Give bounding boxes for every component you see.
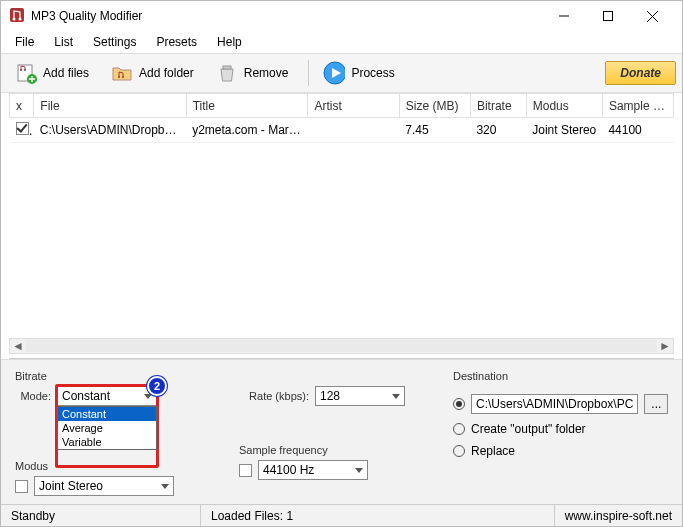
dest-path-input[interactable]: C:\Users\ADMIN\Dropbox\PC [471, 394, 638, 414]
mode-option-average[interactable]: Average [58, 421, 156, 435]
add-files-icon [15, 62, 37, 84]
app-icon [9, 7, 25, 26]
dest-output-label: Create "output" folder [471, 422, 586, 436]
statusbar: Standby Loaded Files: 1 www.inspire-soft… [1, 504, 682, 526]
add-folder-icon [111, 62, 133, 84]
minimize-button[interactable] [542, 2, 586, 30]
svg-point-13 [118, 76, 120, 78]
menu-list[interactable]: List [46, 33, 81, 51]
modus-group: Modus Joint Stereo [15, 460, 225, 496]
cell-file: C:\Users\ADMIN\Dropbox... [34, 118, 186, 143]
process-icon [323, 62, 345, 84]
cell-bitrate: 320 [470, 118, 526, 143]
dest-path-radio[interactable] [453, 398, 465, 410]
modus-checkbox[interactable] [15, 480, 28, 493]
toolbar-separator [308, 60, 309, 86]
step-badge: 2 [147, 376, 167, 396]
add-folder-label: Add folder [139, 66, 194, 80]
status-standby: Standby [1, 505, 201, 526]
add-files-label: Add files [43, 66, 89, 80]
svg-rect-0 [10, 8, 24, 22]
status-loaded: Loaded Files: 1 [201, 505, 555, 526]
close-button[interactable] [630, 2, 674, 30]
svg-rect-15 [223, 66, 231, 69]
remove-label: Remove [244, 66, 289, 80]
svg-point-2 [19, 17, 22, 20]
dest-replace-label: Replace [471, 444, 515, 458]
menu-presets[interactable]: Presets [148, 33, 205, 51]
menu-settings[interactable]: Settings [85, 33, 144, 51]
process-label: Process [351, 66, 394, 80]
dest-output-radio[interactable] [453, 423, 465, 435]
col-title[interactable]: Title [186, 94, 308, 118]
donate-button[interactable]: Donate [605, 61, 676, 85]
bitrate-group: Bitrate Mode: Constant Constant Average … [15, 370, 225, 406]
table-row[interactable]: C:\Users\ADMIN\Dropbox... y2meta.com - M… [10, 118, 674, 143]
mode-option-variable[interactable]: Variable [58, 435, 156, 449]
cell-artist [308, 118, 399, 143]
sample-group: Sample frequency 44100 Hz [239, 444, 439, 480]
col-check[interactable]: x [10, 94, 34, 118]
col-artist[interactable]: Artist [308, 94, 399, 118]
cell-modus: Joint Stereo [526, 118, 602, 143]
remove-icon [216, 62, 238, 84]
mode-label: Mode: [15, 390, 51, 402]
modus-select[interactable]: Joint Stereo [34, 476, 174, 496]
cell-title: y2meta.com - Maroo... [186, 118, 308, 143]
rate-select[interactable]: 128 [315, 386, 405, 406]
bitrate-title: Bitrate [15, 370, 225, 382]
rate-group: Rate (kbps): 128 [239, 386, 439, 406]
menubar: File List Settings Presets Help [1, 31, 682, 53]
sample-title: Sample frequency [239, 444, 439, 456]
dest-replace-radio[interactable] [453, 445, 465, 457]
menu-file[interactable]: File [7, 33, 42, 51]
mode-dropdown: Constant Average Variable [57, 406, 157, 450]
sample-checkbox[interactable] [239, 464, 252, 477]
cell-sample: 44100 [602, 118, 673, 143]
settings-panel: Bitrate Mode: Constant Constant Average … [1, 359, 682, 504]
mode-option-constant[interactable]: Constant [58, 407, 156, 421]
titlebar: MP3 Quality Modifier [1, 1, 682, 31]
svg-point-14 [122, 76, 124, 78]
toolbar: Add files Add folder Remove Process Dona… [1, 53, 682, 93]
mode-select[interactable]: Constant [57, 386, 157, 406]
rate-label: Rate (kbps): [239, 390, 309, 402]
col-size[interactable]: Size (MB) [399, 94, 470, 118]
process-button[interactable]: Process [315, 58, 402, 88]
add-folder-button[interactable]: Add folder [103, 58, 202, 88]
sample-select[interactable]: 44100 Hz [258, 460, 368, 480]
col-modus[interactable]: Modus [526, 94, 602, 118]
window-title: MP3 Quality Modifier [31, 9, 542, 23]
cell-size: 7.45 [399, 118, 470, 143]
file-table: x File Title Artist Size (MB) Bitrate Mo… [9, 93, 674, 359]
svg-point-8 [20, 69, 22, 71]
modus-title: Modus [15, 460, 225, 472]
row-checkbox[interactable] [10, 118, 34, 143]
maximize-button[interactable] [586, 2, 630, 30]
add-files-button[interactable]: Add files [7, 58, 97, 88]
horizontal-scrollbar[interactable]: ◄ ► [9, 338, 674, 354]
scroll-right-icon[interactable]: ► [657, 339, 673, 353]
svg-point-9 [24, 69, 26, 71]
svg-point-1 [13, 17, 16, 20]
status-url[interactable]: www.inspire-soft.net [555, 505, 682, 526]
scroll-left-icon[interactable]: ◄ [10, 339, 26, 353]
destination-group: Destination C:\Users\ADMIN\Dropbox\PC ..… [453, 370, 668, 496]
svg-rect-4 [604, 12, 613, 21]
remove-button[interactable]: Remove [208, 58, 297, 88]
browse-button[interactable]: ... [644, 394, 668, 414]
col-sample[interactable]: Sample fr... [602, 94, 673, 118]
col-file[interactable]: File [34, 94, 186, 118]
destination-title: Destination [453, 370, 668, 382]
col-bitrate[interactable]: Bitrate [470, 94, 526, 118]
menu-help[interactable]: Help [209, 33, 250, 51]
